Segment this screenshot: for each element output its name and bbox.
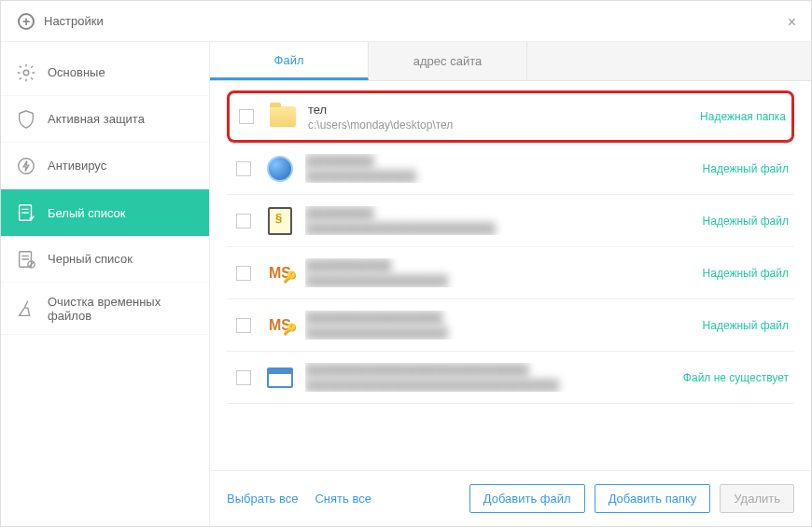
titlebar: + Настройки × (1, 1, 811, 42)
sidebar-label: Черный список (48, 252, 133, 266)
row-checkbox[interactable] (236, 318, 251, 333)
list-row[interactable]: ████████ ████████████████████████ Надежн… (227, 195, 794, 247)
row-path: ██████████████████ (305, 326, 693, 340)
list-row[interactable]: MS ██████████ ██████████████████ Надежны… (227, 247, 794, 299)
row-info: ██████████ ██████████████████ (305, 258, 693, 287)
sidebar-item-blacklist[interactable]: Черный список (1, 236, 209, 283)
folder-icon (269, 103, 297, 131)
row-name: ████████ (305, 206, 693, 220)
list-row[interactable]: ████████ ██████████████ Надежный файл (227, 143, 794, 195)
sidebar-item-whitelist[interactable]: Белый список (1, 189, 209, 236)
sidebar-label: Основные (48, 65, 105, 79)
sidebar-item-protection[interactable]: Активная защита (1, 96, 209, 143)
list-row[interactable]: MS ████████████████ ██████████████████ Н… (227, 299, 794, 352)
row-name: ██████████████████████████ (305, 363, 674, 377)
tabs: Файл адрес сайта (210, 42, 811, 81)
list-row[interactable]: тел c:\users\monday\desktop\тел Надежная… (227, 90, 794, 143)
whitelist-content: тел c:\users\monday\desktop\тел Надежная… (210, 81, 811, 470)
sidebar-item-tempclean[interactable]: Очистка временных файлов (1, 283, 209, 335)
delete-button[interactable]: Удалить (720, 484, 794, 513)
window-icon (266, 364, 294, 392)
sidebar-label: Белый список (48, 206, 126, 220)
row-status: Надежный файл (703, 319, 789, 332)
list-row[interactable]: ██████████████████████████ █████████████… (227, 352, 794, 404)
row-checkbox[interactable] (236, 214, 251, 229)
row-path: ████████████████████████████████ (305, 379, 674, 392)
sidebar-label: Очистка временных файлов (48, 295, 194, 323)
tab-site[interactable]: адрес сайта (369, 42, 527, 80)
row-status: Надежный файл (703, 162, 789, 175)
row-info: ████████ ██████████████ (305, 154, 693, 183)
close-button[interactable]: × (788, 14, 796, 31)
row-status: Надежный файл (703, 267, 789, 280)
list-check-icon (16, 202, 36, 223)
orb-icon (266, 155, 294, 183)
row-info: ██████████████████████████ █████████████… (305, 363, 674, 392)
row-checkbox[interactable] (239, 109, 254, 124)
row-name: ████████████████ (305, 311, 693, 325)
svg-point-1 (19, 158, 35, 173)
plus-icon: + (18, 13, 35, 30)
shield-icon (16, 109, 36, 130)
row-path: ██████████████ (305, 170, 693, 183)
gear-icon (16, 62, 36, 83)
tab-file[interactable]: Файл (210, 42, 369, 80)
row-name: ████████ (305, 154, 693, 168)
row-status: Надежная папка (700, 110, 786, 123)
row-checkbox[interactable] (236, 161, 251, 176)
sidebar-label: Активная защита (48, 112, 145, 126)
row-checkbox[interactable] (236, 370, 251, 385)
main-panel: Файл адрес сайта тел c:\users\monday\des… (210, 42, 811, 526)
add-file-button[interactable]: Добавить файл (469, 484, 585, 513)
row-info: ████████ ████████████████████████ (305, 206, 693, 235)
select-all-link[interactable]: Выбрать все (227, 492, 298, 506)
row-info: тел c:\users\monday\desktop\тел (308, 103, 691, 132)
row-checkbox[interactable] (236, 266, 251, 281)
sidebar-item-general[interactable]: Основные (1, 49, 209, 96)
sidebar-label: Антивирус (48, 159, 106, 173)
footer: Выбрать все Снять все Добавить файл Доба… (210, 470, 811, 526)
row-status: Надежный файл (703, 215, 789, 228)
sidebar-item-antivirus[interactable]: Антивирус (1, 143, 209, 189)
scroll-icon (266, 207, 294, 235)
deselect-all-link[interactable]: Снять все (315, 492, 371, 506)
row-name: тел (308, 103, 691, 117)
broom-icon (16, 298, 36, 319)
bolt-icon (16, 156, 36, 176)
row-name: ██████████ (305, 258, 693, 272)
sidebar: Основные Активная защита Антивирус Белый… (1, 42, 210, 526)
ms-key-icon: MS (266, 259, 294, 287)
settings-window: + Настройки × Основные Активная защита А… (0, 0, 812, 527)
window-title: Настройки (44, 14, 104, 28)
row-path: c:\users\monday\desktop\тел (308, 118, 691, 132)
list-block-icon (16, 249, 36, 270)
ms-key-icon: MS (266, 312, 294, 340)
add-folder-button[interactable]: Добавить папку (595, 484, 711, 513)
svg-point-0 (23, 70, 29, 76)
row-info: ████████████████ ██████████████████ (305, 311, 693, 340)
row-path: ████████████████████████ (305, 222, 693, 235)
row-path: ██████████████████ (305, 274, 693, 287)
row-status: Файл не существует (683, 371, 789, 384)
